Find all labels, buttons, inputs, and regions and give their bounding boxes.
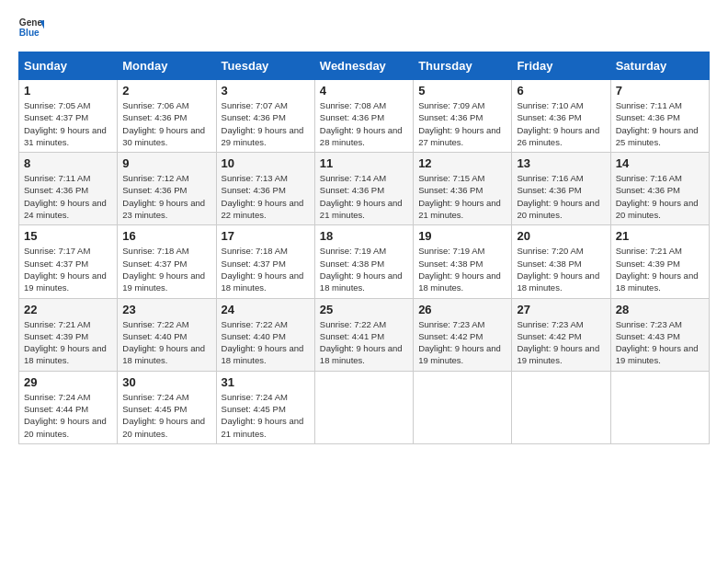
day-info: Sunrise: 7:18 AMSunset: 4:37 PMDaylight:… xyxy=(122,246,205,293)
day-info: Sunrise: 7:15 AMSunset: 4:36 PMDaylight:… xyxy=(418,173,501,220)
day-number: 17 xyxy=(222,229,310,243)
calendar-cell: 19 Sunrise: 7:19 AMSunset: 4:38 PMDaylig… xyxy=(414,225,512,298)
calendar-cell: 4 Sunrise: 7:08 AMSunset: 4:36 PMDayligh… xyxy=(314,80,413,153)
calendar-week-row: 29 Sunrise: 7:24 AMSunset: 4:44 PMDaylig… xyxy=(19,371,710,443)
day-info: Sunrise: 7:05 AMSunset: 4:37 PMDaylight:… xyxy=(24,100,107,147)
day-info: Sunrise: 7:06 AMSunset: 4:36 PMDaylight:… xyxy=(122,100,205,147)
calendar-cell: 23 Sunrise: 7:22 AMSunset: 4:40 PMDaylig… xyxy=(118,298,216,371)
day-info: Sunrise: 7:17 AMSunset: 4:37 PMDaylight:… xyxy=(24,246,107,293)
day-number: 4 xyxy=(320,84,408,98)
calendar-cell: 2 Sunrise: 7:06 AMSunset: 4:36 PMDayligh… xyxy=(118,80,216,153)
weekday-header-friday: Friday xyxy=(512,52,610,80)
calendar-cell: 3 Sunrise: 7:07 AMSunset: 4:36 PMDayligh… xyxy=(216,80,314,153)
calendar-cell: 14 Sunrise: 7:16 AMSunset: 4:36 PMDaylig… xyxy=(610,153,709,225)
calendar-week-row: 1 Sunrise: 7:05 AMSunset: 4:37 PMDayligh… xyxy=(19,80,710,153)
logo: General Blue xyxy=(18,15,44,40)
calendar-cell: 21 Sunrise: 7:21 AMSunset: 4:39 PMDaylig… xyxy=(610,225,709,298)
day-number: 6 xyxy=(517,84,605,98)
calendar-week-row: 8 Sunrise: 7:11 AMSunset: 4:36 PMDayligh… xyxy=(19,153,710,225)
weekday-header-wednesday: Wednesday xyxy=(314,52,413,80)
day-number: 7 xyxy=(616,84,704,98)
weekday-header-tuesday: Tuesday xyxy=(216,52,314,80)
day-number: 5 xyxy=(418,84,506,98)
day-info: Sunrise: 7:07 AMSunset: 4:36 PMDaylight:… xyxy=(222,100,304,147)
calendar-cell xyxy=(414,371,512,443)
svg-text:Blue: Blue xyxy=(19,28,40,38)
day-info: Sunrise: 7:14 AMSunset: 4:36 PMDaylight:… xyxy=(320,173,403,220)
day-info: Sunrise: 7:23 AMSunset: 4:43 PMDaylight:… xyxy=(616,319,699,366)
calendar-cell: 15 Sunrise: 7:17 AMSunset: 4:37 PMDaylig… xyxy=(19,225,118,298)
day-number: 20 xyxy=(517,229,605,243)
calendar-cell: 29 Sunrise: 7:24 AMSunset: 4:44 PMDaylig… xyxy=(19,371,118,443)
calendar-cell: 28 Sunrise: 7:23 AMSunset: 4:43 PMDaylig… xyxy=(610,298,709,371)
day-info: Sunrise: 7:22 AMSunset: 4:41 PMDaylight:… xyxy=(320,319,403,366)
weekday-header-monday: Monday xyxy=(118,52,216,80)
day-info: Sunrise: 7:21 AMSunset: 4:39 PMDaylight:… xyxy=(616,246,699,293)
weekday-header-saturday: Saturday xyxy=(610,52,709,80)
day-number: 12 xyxy=(418,156,506,170)
day-info: Sunrise: 7:23 AMSunset: 4:42 PMDaylight:… xyxy=(418,319,501,366)
calendar-cell: 9 Sunrise: 7:12 AMSunset: 4:36 PMDayligh… xyxy=(118,153,216,225)
calendar-cell: 30 Sunrise: 7:24 AMSunset: 4:45 PMDaylig… xyxy=(118,371,216,443)
day-number: 19 xyxy=(418,229,506,243)
day-info: Sunrise: 7:09 AMSunset: 4:36 PMDaylight:… xyxy=(418,100,501,147)
day-number: 23 xyxy=(122,303,210,316)
weekday-header-thursday: Thursday xyxy=(414,52,512,80)
calendar-cell: 5 Sunrise: 7:09 AMSunset: 4:36 PMDayligh… xyxy=(414,80,512,153)
day-number: 16 xyxy=(122,229,210,243)
day-number: 3 xyxy=(222,84,310,98)
day-info: Sunrise: 7:24 AMSunset: 4:45 PMDaylight:… xyxy=(122,392,205,439)
calendar-cell: 26 Sunrise: 7:23 AMSunset: 4:42 PMDaylig… xyxy=(414,298,512,371)
calendar-cell: 17 Sunrise: 7:18 AMSunset: 4:37 PMDaylig… xyxy=(216,225,314,298)
calendar-week-row: 22 Sunrise: 7:21 AMSunset: 4:39 PMDaylig… xyxy=(19,298,710,371)
calendar-cell: 20 Sunrise: 7:20 AMSunset: 4:38 PMDaylig… xyxy=(512,225,610,298)
calendar-table: SundayMondayTuesdayWednesdayThursdayFrid… xyxy=(18,52,710,444)
day-number: 22 xyxy=(24,303,112,316)
day-info: Sunrise: 7:19 AMSunset: 4:38 PMDaylight:… xyxy=(320,246,403,293)
calendar-cell: 22 Sunrise: 7:21 AMSunset: 4:39 PMDaylig… xyxy=(19,298,118,371)
day-info: Sunrise: 7:11 AMSunset: 4:36 PMDaylight:… xyxy=(24,173,107,220)
header: General Blue xyxy=(18,15,710,40)
day-number: 9 xyxy=(122,156,210,170)
calendar-cell xyxy=(314,371,413,443)
calendar-cell: 6 Sunrise: 7:10 AMSunset: 4:36 PMDayligh… xyxy=(512,80,610,153)
calendar-header-row: SundayMondayTuesdayWednesdayThursdayFrid… xyxy=(19,52,710,80)
day-number: 21 xyxy=(616,229,704,243)
calendar-cell: 27 Sunrise: 7:23 AMSunset: 4:42 PMDaylig… xyxy=(512,298,610,371)
calendar-cell: 1 Sunrise: 7:05 AMSunset: 4:37 PMDayligh… xyxy=(19,80,118,153)
day-info: Sunrise: 7:16 AMSunset: 4:36 PMDaylight:… xyxy=(616,173,699,220)
day-info: Sunrise: 7:20 AMSunset: 4:38 PMDaylight:… xyxy=(517,246,599,293)
day-info: Sunrise: 7:22 AMSunset: 4:40 PMDaylight:… xyxy=(222,319,304,366)
calendar-cell: 12 Sunrise: 7:15 AMSunset: 4:36 PMDaylig… xyxy=(414,153,512,225)
calendar-cell: 31 Sunrise: 7:24 AMSunset: 4:45 PMDaylig… xyxy=(216,371,314,443)
day-number: 15 xyxy=(24,229,112,243)
calendar-cell: 24 Sunrise: 7:22 AMSunset: 4:40 PMDaylig… xyxy=(216,298,314,371)
calendar-cell: 13 Sunrise: 7:16 AMSunset: 4:36 PMDaylig… xyxy=(512,153,610,225)
day-info: Sunrise: 7:24 AMSunset: 4:45 PMDaylight:… xyxy=(222,392,304,439)
day-number: 14 xyxy=(616,156,704,170)
day-number: 26 xyxy=(418,303,506,316)
day-number: 24 xyxy=(222,303,310,316)
day-number: 10 xyxy=(222,156,310,170)
day-number: 31 xyxy=(222,375,310,389)
day-info: Sunrise: 7:11 AMSunset: 4:36 PMDaylight:… xyxy=(616,100,699,147)
day-info: Sunrise: 7:18 AMSunset: 4:37 PMDaylight:… xyxy=(222,246,304,293)
day-info: Sunrise: 7:13 AMSunset: 4:36 PMDaylight:… xyxy=(222,173,304,220)
day-number: 29 xyxy=(24,375,112,389)
day-number: 18 xyxy=(320,229,408,243)
day-number: 2 xyxy=(122,84,210,98)
day-info: Sunrise: 7:21 AMSunset: 4:39 PMDaylight:… xyxy=(24,319,107,366)
day-info: Sunrise: 7:23 AMSunset: 4:42 PMDaylight:… xyxy=(517,319,599,366)
day-info: Sunrise: 7:08 AMSunset: 4:36 PMDaylight:… xyxy=(320,100,403,147)
calendar-cell: 8 Sunrise: 7:11 AMSunset: 4:36 PMDayligh… xyxy=(19,153,118,225)
day-number: 27 xyxy=(517,303,605,316)
calendar-cell: 18 Sunrise: 7:19 AMSunset: 4:38 PMDaylig… xyxy=(314,225,413,298)
day-number: 30 xyxy=(122,375,210,389)
calendar-week-row: 15 Sunrise: 7:17 AMSunset: 4:37 PMDaylig… xyxy=(19,225,710,298)
day-info: Sunrise: 7:22 AMSunset: 4:40 PMDaylight:… xyxy=(122,319,205,366)
day-number: 8 xyxy=(24,156,112,170)
calendar-cell: 25 Sunrise: 7:22 AMSunset: 4:41 PMDaylig… xyxy=(314,298,413,371)
day-number: 11 xyxy=(320,156,408,170)
day-info: Sunrise: 7:10 AMSunset: 4:36 PMDaylight:… xyxy=(517,100,599,147)
calendar-cell xyxy=(512,371,610,443)
